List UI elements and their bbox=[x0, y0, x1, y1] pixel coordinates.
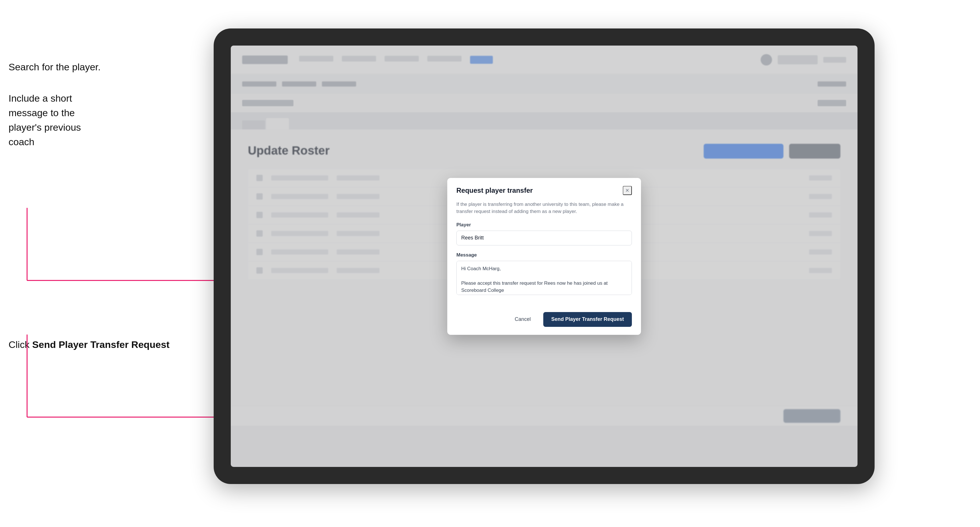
player-label: Player bbox=[457, 222, 632, 228]
request-transfer-modal: Request player transfer × If the player … bbox=[447, 178, 641, 335]
modal-body: Player Message Hi Coach McHarg, Please a… bbox=[447, 222, 641, 312]
cancel-button[interactable]: Cancel bbox=[507, 312, 539, 327]
tablet-device: Update Roster Request player trans bbox=[214, 29, 875, 484]
modal-overlay: Request player transfer × If the player … bbox=[231, 46, 858, 467]
modal-title: Request player transfer bbox=[457, 186, 533, 194]
modal-footer: Cancel Send Player Transfer Request bbox=[447, 312, 641, 335]
annotation-search-text: Search for the player. bbox=[8, 60, 100, 74]
annotation-click-text: Click Send Player Transfer Request bbox=[8, 337, 170, 352]
modal-header: Request player transfer × bbox=[447, 178, 641, 201]
message-label: Message bbox=[457, 252, 632, 258]
modal-close-button[interactable]: × bbox=[623, 186, 632, 195]
tablet-screen: Update Roster Request player trans bbox=[231, 46, 858, 467]
annotation-message-text: Include a short message to the player's … bbox=[8, 91, 105, 149]
send-transfer-request-button[interactable]: Send Player Transfer Request bbox=[543, 312, 632, 327]
player-input[interactable] bbox=[457, 231, 632, 245]
modal-description: If the player is transferring from anoth… bbox=[447, 201, 641, 222]
message-textarea[interactable]: Hi Coach McHarg, Please accept this tran… bbox=[457, 261, 632, 295]
